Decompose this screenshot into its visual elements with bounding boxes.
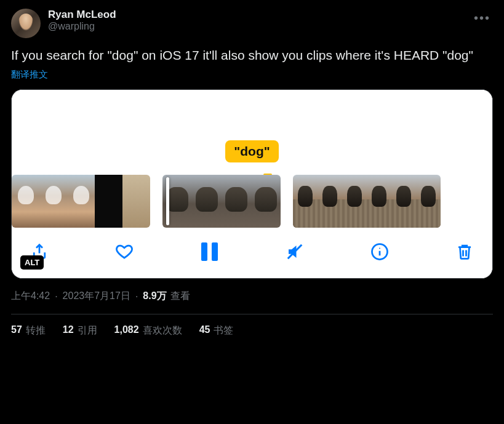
pause-icon[interactable] (199, 241, 220, 262)
timeline-frame (39, 175, 67, 228)
display-name: Ryan McLeod (48, 9, 464, 21)
likes-stat[interactable]: 1,082 喜欢次数 (114, 324, 182, 337)
timeline-frame (251, 175, 281, 228)
more-options-button[interactable]: ••• (471, 9, 493, 28)
tweet-container: Ryan McLeod @warpling ••• If you search … (0, 0, 504, 343)
clip-group[interactable] (12, 175, 150, 228)
media-toolbar (12, 228, 492, 278)
timeline-frame (192, 175, 222, 228)
bookmarks-stat[interactable]: 45 书签 (199, 324, 234, 337)
svg-point-3 (379, 248, 380, 249)
quotes-stat[interactable]: 12 引用 (63, 324, 97, 337)
stat-label: 引用 (78, 324, 97, 337)
stat-label: 喜欢次数 (143, 324, 182, 337)
tweet-date[interactable]: 2023年7月17日 (63, 290, 130, 303)
handle: @warpling (48, 21, 464, 32)
retweets-stat[interactable]: 57 转推 (11, 324, 46, 337)
caption-bubble: "dog" (225, 140, 278, 162)
trash-icon[interactable] (454, 241, 475, 262)
heart-icon[interactable] (114, 241, 135, 262)
stat-number: 1,082 (114, 324, 139, 337)
translate-link[interactable]: 翻译推文 (11, 69, 48, 81)
tweet-time[interactable]: 上午4:42 (11, 290, 50, 303)
clip-group[interactable] (293, 175, 441, 228)
timeline-frame (318, 175, 342, 228)
stat-number: 57 (11, 324, 22, 337)
author-block[interactable]: Ryan McLeod @warpling (48, 9, 464, 32)
tweet-text: If you search for "dog" on iOS 17 it'll … (11, 47, 493, 64)
timeline-frame (95, 175, 122, 228)
timeline-frame (222, 175, 251, 228)
timeline-frame (391, 175, 416, 228)
timeline-frame (67, 175, 95, 228)
media-card[interactable]: "dog" (11, 89, 493, 279)
separator-dot: · (55, 291, 57, 302)
timeline-frame (416, 175, 441, 228)
alt-badge[interactable]: ALT (20, 255, 44, 270)
stat-number: 45 (199, 324, 210, 337)
timeline-frame (367, 175, 391, 228)
timeline-frame (342, 175, 367, 228)
views-label: 查看 (170, 290, 190, 303)
timeline-frame (293, 175, 318, 228)
clip-timeline[interactable] (12, 175, 492, 228)
stat-label: 转推 (26, 324, 46, 337)
clip-group[interactable] (162, 175, 281, 228)
info-icon[interactable] (369, 241, 390, 262)
stat-label: 书签 (214, 324, 233, 337)
views-count[interactable]: 8.9万 (143, 290, 166, 303)
caption-row: "dog" (12, 140, 492, 175)
timeline-frame (12, 175, 39, 228)
media-whitespace (12, 90, 492, 140)
stat-number: 12 (63, 324, 74, 337)
timeline-frame (122, 175, 150, 228)
tweet-stats: 57 转推 12 引用 1,082 喜欢次数 45 书签 (11, 324, 493, 337)
mute-icon[interactable] (284, 241, 305, 262)
tweet-meta: 上午4:42 · 2023年7月17日 · 8.9万 查看 (11, 290, 493, 314)
tweet-header: Ryan McLeod @warpling ••• (11, 9, 493, 38)
separator-dot: · (135, 291, 138, 302)
playhead[interactable] (166, 177, 169, 225)
avatar[interactable] (11, 9, 41, 38)
